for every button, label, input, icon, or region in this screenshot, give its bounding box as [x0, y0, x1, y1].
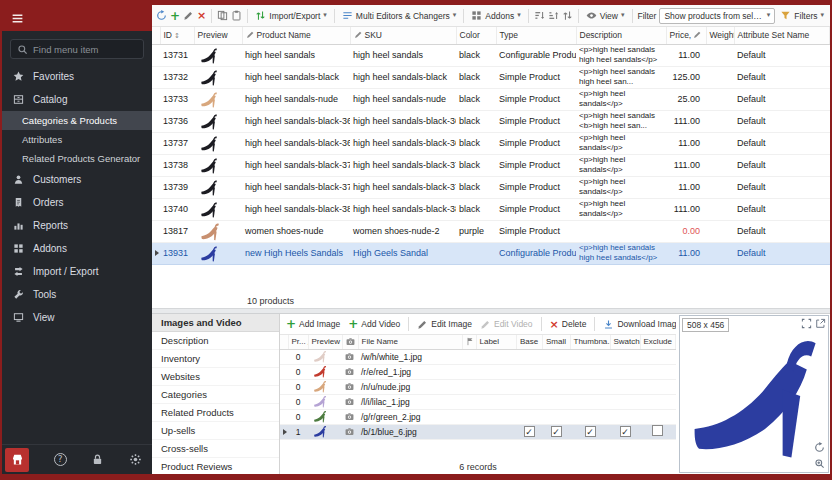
sidebar-item-addons[interactable]: Addons — [2, 237, 152, 260]
tab-description[interactable]: Description — [152, 332, 279, 350]
product-row[interactable]: 13731 high heel sandals high heel sandal… — [152, 44, 830, 66]
clear-sort-button[interactable] — [562, 10, 573, 21]
add-image-button[interactable]: + Add Image — [284, 316, 342, 332]
thumbnail-checkbox[interactable]: ✓ — [585, 426, 596, 437]
tab-categories[interactable]: Categories — [152, 386, 279, 404]
col-label-header[interactable]: Label — [476, 335, 516, 349]
image-row[interactable]: 0 /l/i/lilac_1.jpg — [280, 394, 676, 409]
import-export-menu[interactable]: Import/Export ▾ — [253, 8, 329, 23]
col-preview-header[interactable]: Preview — [194, 27, 242, 44]
paste-button[interactable] — [231, 10, 242, 21]
col-swatch-header[interactable]: Swatch — [610, 335, 640, 349]
col-type-header[interactable]: Type — [496, 27, 576, 44]
refresh-button[interactable] — [156, 10, 167, 21]
category-filter-select[interactable]: Show products from selected categories ▾ — [659, 8, 775, 24]
sidebar-item-attributes[interactable]: Attributes — [2, 130, 152, 149]
delete-product-button[interactable]: × — [197, 10, 206, 21]
copy-button[interactable] — [217, 10, 228, 21]
edit-product-button[interactable] — [183, 10, 194, 21]
sidebar-item-tools[interactable]: Tools — [2, 283, 152, 306]
product-row[interactable]: 13817 women shoes-nude women shoes-nude-… — [152, 220, 830, 242]
image-row[interactable]: 0 /w/h/white_1.jpg — [280, 349, 676, 364]
tab-websites[interactable]: Websites — [152, 368, 279, 386]
small-checkbox[interactable]: ✓ — [551, 426, 562, 437]
settings-button[interactable] — [129, 453, 142, 466]
menu-search-input[interactable] — [33, 44, 137, 55]
base-checkbox[interactable]: ✓ — [524, 426, 535, 437]
sidebar-item-catalog[interactable]: Catalog — [2, 88, 152, 111]
tab-inventory[interactable]: Inventory — [152, 350, 279, 368]
image-row[interactable]: 0 /n/u/nude.jpg — [280, 379, 676, 394]
multi-editors-menu[interactable]: Multi Editors & Changers ▾ — [340, 8, 459, 23]
sidebar-item-related-products-generator[interactable]: Related Products Generator — [2, 149, 152, 168]
exclude-checkbox[interactable] — [652, 425, 663, 436]
cell-sku: high heel sandals-black — [350, 66, 456, 88]
view-menu[interactable]: View ▾ — [584, 8, 627, 23]
product-row-selected[interactable]: 13931 new High Heels Sandals High Geels … — [152, 242, 830, 264]
tab-related-products[interactable]: Related Products — [152, 404, 279, 422]
product-row[interactable]: 13739 high heel sandals-black-37 high he… — [152, 176, 830, 198]
store-button[interactable] — [5, 448, 29, 472]
sidebar-search[interactable] — [10, 39, 144, 59]
cell-preview — [308, 364, 342, 379]
product-row[interactable]: 13740 high heel sandals-black-38 high he… — [152, 198, 830, 220]
product-row[interactable]: 13732 high heel sandals-black high heel … — [152, 66, 830, 88]
col-exclude-header[interactable]: Exclude — [640, 335, 676, 349]
col-position-header[interactable]: Pr...▲ — [288, 335, 308, 349]
col-camera-header[interactable] — [342, 335, 358, 349]
sidebar-item-favorites[interactable]: Favorites — [2, 65, 152, 88]
lock-button[interactable] — [91, 453, 104, 466]
product-row[interactable]: 13737 high heel sandals-black-36 high he… — [152, 132, 830, 154]
help-button[interactable]: ? — [54, 453, 67, 466]
download-image-button[interactable]: Download Image — [601, 317, 676, 332]
product-row[interactable]: 13736 high heel sandals-black-36 high he… — [152, 110, 830, 132]
sidebar-item-view[interactable]: View — [2, 306, 152, 329]
col-description-header[interactable]: Description — [576, 27, 666, 44]
col-attribute-set-header[interactable]: Attribute Set Name — [734, 27, 830, 44]
add-video-button[interactable]: + Add Video — [346, 316, 402, 332]
tab-product-reviews[interactable]: Product Reviews — [152, 458, 279, 474]
image-row[interactable]: 0 /g/r/green_2.jpg — [280, 409, 676, 424]
tab-up-sells[interactable]: Up-sells — [152, 422, 279, 440]
addons-menu[interactable]: Addons ▾ — [469, 8, 522, 23]
fullscreen-button[interactable] — [801, 318, 812, 329]
sidebar-item-customers[interactable]: Customers — [2, 168, 152, 191]
product-row[interactable]: 13738 high heel sandals-black-37 high he… — [152, 154, 830, 176]
menu-toggle-button[interactable] — [2, 5, 152, 31]
zoom-button[interactable] — [814, 458, 825, 469]
edit-image-button[interactable]: Edit Image — [415, 317, 474, 332]
sidebar-item-categories-products[interactable]: Categories & Products — [2, 111, 152, 130]
cell-label — [476, 394, 516, 409]
cell-position: 0 — [288, 364, 308, 379]
col-product-name-header[interactable]: Product Name — [242, 27, 350, 44]
col-weight-header[interactable]: Weight — [706, 27, 734, 44]
col-thumbnail-header[interactable]: Thumbna... — [570, 335, 610, 349]
chevron-down-icon: ▾ — [767, 12, 771, 19]
col-small-header[interactable]: Small — [542, 335, 570, 349]
sort-ascending-button[interactable] — [534, 10, 545, 21]
delete-image-button[interactable]: × Delete — [548, 317, 589, 332]
sidebar-item-reports[interactable]: Reports — [2, 214, 152, 237]
col-price-header[interactable]: Price, — [666, 27, 706, 44]
tab-images-and-video[interactable]: Images and Video — [152, 314, 279, 332]
filters-menu[interactable]: Filters ▾ — [778, 8, 826, 23]
swatch-checkbox[interactable]: ✓ — [620, 426, 631, 437]
col-file-name-header[interactable]: File Name — [358, 335, 462, 349]
col-preview-header[interactable]: Preview — [308, 335, 342, 349]
image-row-selected[interactable]: 1 /b/1/blue_6.jpg ✓ ✓ ✓ ✓ — [280, 424, 676, 439]
col-id-header[interactable]: ID↕ — [160, 27, 194, 44]
col-base-header[interactable]: Base — [516, 335, 542, 349]
sidebar-item-import-export[interactable]: Import / Export — [2, 260, 152, 283]
add-product-button[interactable]: + — [170, 10, 180, 22]
col-color-header[interactable]: Color — [456, 27, 496, 44]
col-flag-header[interactable] — [462, 335, 476, 349]
products-grid: ID↕ Preview Product Name SKU Color Type … — [152, 27, 830, 265]
rotate-button[interactable] — [814, 442, 825, 453]
tab-cross-sells[interactable]: Cross-sells — [152, 440, 279, 458]
sidebar-item-orders[interactable]: Orders — [2, 191, 152, 214]
col-sku-header[interactable]: SKU — [350, 27, 456, 44]
image-row[interactable]: 0 /r/e/red_1.jpg — [280, 364, 676, 379]
open-external-button[interactable] — [815, 318, 826, 329]
sort-descending-button[interactable] — [548, 10, 559, 21]
product-row[interactable]: 13733 high heel sandals-nude high heel s… — [152, 88, 830, 110]
